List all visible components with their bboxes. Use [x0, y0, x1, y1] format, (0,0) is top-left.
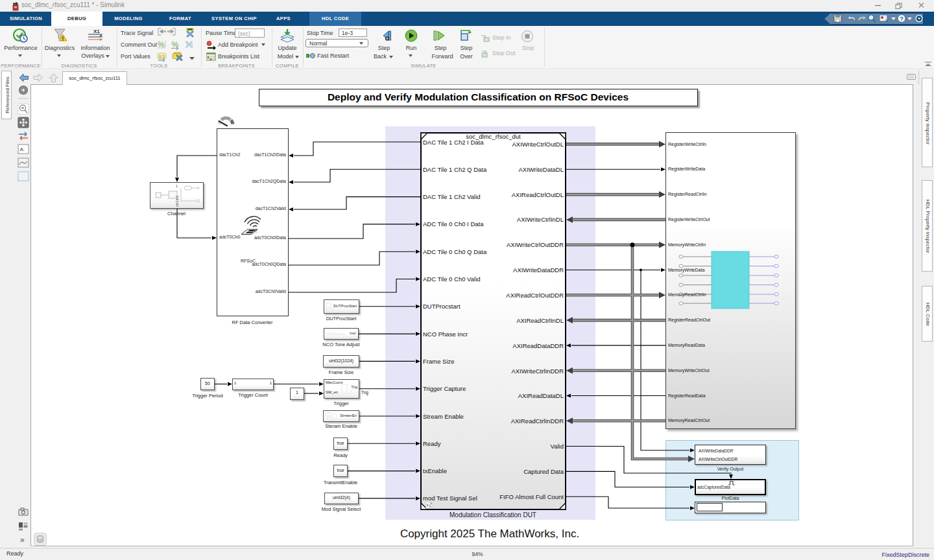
svg-text:?: ? [900, 16, 904, 22]
svg-text:X1: X1 [93, 29, 100, 34]
svg-text:»: » [20, 535, 25, 544]
svg-text:A:: A: [20, 146, 25, 152]
svg-text:0.3: 0.3 [159, 54, 165, 59]
